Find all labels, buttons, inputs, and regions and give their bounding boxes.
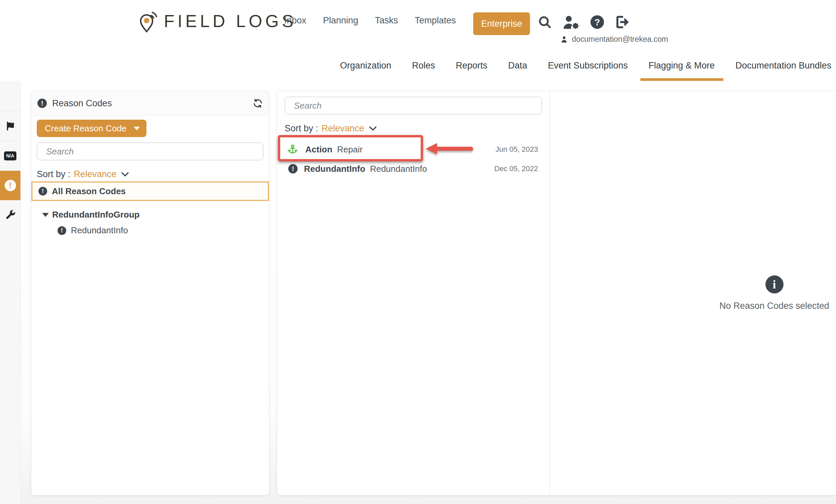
sidebar-item-tools[interactable]: [0, 200, 20, 230]
na-icon: N/A: [4, 151, 16, 160]
enterprise-button[interactable]: Enterprise: [473, 12, 530, 35]
header-icon-group: ?: [538, 15, 629, 30]
user-settings-icon[interactable]: [562, 15, 580, 30]
create-reason-code-button[interactable]: Create Reason Code: [37, 120, 147, 137]
main-nav: Inbox Planning Tasks Templates: [284, 15, 456, 26]
reason-codes-panel: Reason Codes Create Reason Code Sort by …: [31, 91, 269, 495]
anchor-icon: [287, 144, 298, 155]
reason-codes-body: Create Reason Code Sort by : Relevance A…: [32, 116, 269, 236]
all-reason-codes-item[interactable]: All Reason Codes: [32, 181, 269, 201]
fieldlogs-pin-icon: [139, 9, 158, 34]
alert-icon: [37, 99, 47, 108]
reason-codes-list-pane: Sort by : Relevance: [277, 91, 550, 495]
logo-link[interactable]: FIELD LOGS: [139, 9, 296, 34]
refresh-button[interactable]: [253, 98, 263, 108]
flag-icon: [5, 121, 16, 131]
user-account: documentation@trekea.com: [560, 35, 668, 44]
alert-icon: [58, 226, 66, 235]
nav-item-planning[interactable]: Planning: [323, 15, 358, 26]
user-icon: [560, 36, 568, 43]
alert-icon: [38, 187, 47, 195]
wrench-icon: [5, 210, 16, 220]
tree-item-redundantinfo[interactable]: RedundantInfo: [37, 225, 264, 236]
help-icon[interactable]: ?: [590, 15, 605, 30]
list-item-desc: Repair: [337, 144, 363, 155]
list-item-action-repair[interactable]: Action Repair Jun 05, 2023: [285, 140, 542, 159]
logo-wordmark: FIELD LOGS: [164, 11, 296, 31]
list-item-desc: RedundantInfo: [370, 164, 427, 174]
subnav-item-reports[interactable]: Reports: [456, 50, 488, 81]
icon-sidebar: N/A: [0, 81, 21, 504]
caret-down-icon: [134, 127, 140, 130]
svg-text:?: ?: [594, 17, 600, 27]
list-detail-panel: Sort by : Relevance: [277, 91, 836, 495]
chevron-down-icon: [121, 172, 129, 177]
sidebar-item-flags[interactable]: [0, 111, 20, 141]
tree-group-label: RedundantInfoGroup: [52, 210, 139, 220]
list-item-date: Jun 05, 2023: [496, 145, 538, 154]
tree-item-label: RedundantInfo: [71, 225, 128, 236]
nav-item-inbox[interactable]: Inbox: [284, 15, 306, 26]
create-reason-code-label: Create Reason Code: [45, 123, 127, 134]
user-email: documentation@trekea.com: [572, 35, 668, 44]
nav-item-templates[interactable]: Templates: [415, 15, 456, 26]
caret-down-icon: [42, 213, 49, 217]
sidebar-spacer: [0, 81, 20, 111]
reason-codes-sort-dropdown[interactable]: Sort by : Relevance: [37, 169, 129, 179]
reason-codes-header: Reason Codes: [32, 91, 269, 116]
search-icon[interactable]: [538, 15, 552, 29]
tree-group-redundantinfogroup[interactable]: RedundantInfoGroup: [37, 210, 264, 220]
empty-state-text: No Reason Codes selected: [719, 301, 829, 311]
sidebar-item-reason-codes[interactable]: [0, 171, 20, 200]
info-icon: [765, 275, 783, 293]
reason-codes-search-input[interactable]: [37, 142, 264, 160]
list-search-input[interactable]: [285, 97, 542, 115]
subnav-item-event-subscriptions[interactable]: Event Subscriptions: [548, 50, 628, 81]
list-item-name: Action: [305, 144, 332, 155]
logout-icon[interactable]: [615, 15, 629, 30]
sort-value: Relevance: [322, 123, 364, 134]
app-root: FIELD LOGS Inbox Planning Tasks Template…: [0, 0, 836, 504]
sidebar-item-na[interactable]: N/A: [0, 141, 20, 171]
nav-item-tasks[interactable]: Tasks: [375, 15, 398, 26]
subnav-item-roles[interactable]: Roles: [412, 50, 435, 81]
list-sort-dropdown[interactable]: Sort by : Relevance: [285, 123, 377, 134]
list-item-date: Dec 05, 2022: [494, 164, 538, 173]
sort-label: Sort by :: [285, 123, 318, 134]
sort-label: Sort by :: [37, 169, 71, 179]
list-item-name: RedundantInfo: [304, 164, 365, 174]
sort-value: Relevance: [74, 169, 117, 179]
all-reason-codes-label: All Reason Codes: [52, 186, 126, 196]
settings-subnav: Organization Roles Reports Data Event Su…: [0, 50, 836, 81]
alert-icon: [5, 180, 16, 191]
subnav-item-organization[interactable]: Organization: [340, 50, 391, 81]
alert-icon: [288, 164, 298, 173]
subnav-items: Organization Roles Reports Data Event Su…: [340, 50, 831, 81]
subnav-item-data[interactable]: Data: [508, 50, 527, 81]
list-item-redundantinfo[interactable]: RedundantInfo RedundantInfo Dec 05, 2022: [285, 159, 542, 178]
chevron-down-icon: [369, 126, 377, 131]
panel-title: Reason Codes: [52, 98, 112, 109]
subnav-item-flagging-more[interactable]: Flagging & More: [648, 50, 715, 81]
subnav-item-documentation-bundles[interactable]: Documentation Bundles: [735, 50, 831, 81]
top-header: FIELD LOGS Inbox Planning Tasks Template…: [0, 0, 836, 51]
reason-code-detail-pane: No Reason Codes selected: [550, 91, 836, 495]
